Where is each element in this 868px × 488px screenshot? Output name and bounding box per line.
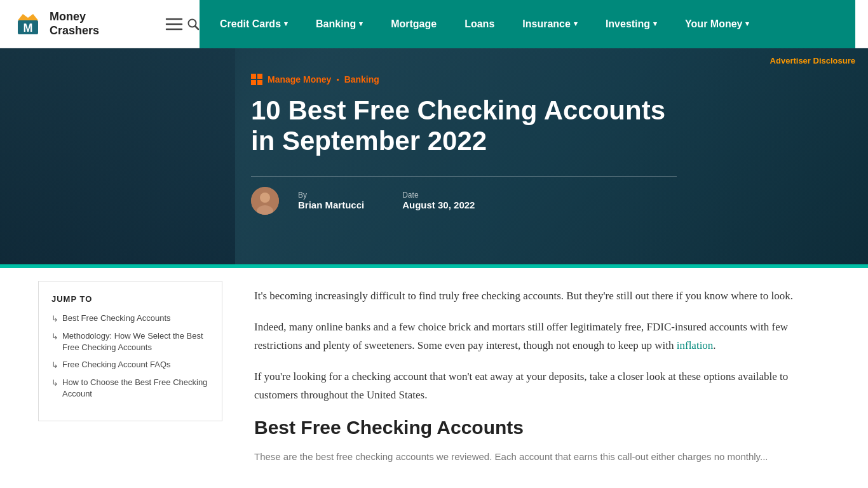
svg-line-7 bbox=[195, 26, 198, 29]
chevron-down-icon: ▾ bbox=[745, 20, 749, 28]
breadcrumb-manage-money[interactable]: Manage Money bbox=[268, 74, 331, 85]
inflation-link[interactable]: inflation bbox=[677, 339, 714, 351]
date-info: Date August 30, 2022 bbox=[402, 191, 475, 210]
nav-mortgage[interactable]: Mortgage bbox=[377, 0, 451, 48]
site-header: M Money Crashers Credit Cards ▾ Banking … bbox=[0, 0, 868, 48]
main-nav: Credit Cards ▾ Banking ▾ Mortgage Loans … bbox=[200, 0, 855, 48]
article-paragraph-2: Indeed, many online banks and a few choi… bbox=[254, 318, 807, 355]
hamburger-icon bbox=[165, 17, 183, 31]
logo-area: M Money Crashers bbox=[13, 9, 159, 39]
toc-arrow-icon: ↳ bbox=[51, 378, 58, 388]
toc-box: JUMP TO ↳ Best Free Checking Accounts ↳ … bbox=[38, 281, 222, 421]
chevron-down-icon: ▾ bbox=[284, 20, 288, 28]
nav-loans[interactable]: Loans bbox=[451, 0, 508, 48]
toc-item[interactable]: ↳ Free Checking Account FAQs bbox=[51, 359, 209, 370]
svg-rect-9 bbox=[257, 74, 262, 79]
nav-your-money[interactable]: Your Money ▾ bbox=[671, 0, 763, 48]
toc-link-faqs[interactable]: Free Checking Account FAQs bbox=[62, 359, 171, 370]
author-line: By Brian Martucci Date August 30, 2022 bbox=[251, 176, 677, 215]
chevron-down-icon: ▾ bbox=[574, 20, 578, 28]
date-label: Date bbox=[402, 191, 475, 200]
author-name[interactable]: Brian Martucci bbox=[298, 200, 364, 210]
nav-credit-cards[interactable]: Credit Cards ▾ bbox=[206, 0, 302, 48]
author-info: By Brian Martucci bbox=[298, 191, 364, 210]
nav-banking[interactable]: Banking ▾ bbox=[302, 0, 377, 48]
hero-section: Advertiser Disclosure Manage Money ▪ Ban… bbox=[0, 48, 868, 264]
toc-arrow-icon: ↳ bbox=[51, 360, 58, 370]
menu-search-button[interactable] bbox=[165, 17, 200, 31]
chevron-down-icon: ▾ bbox=[653, 20, 657, 28]
main-layout: JUMP TO ↳ Best Free Checking Accounts ↳ … bbox=[0, 268, 868, 488]
toc-item[interactable]: ↳ Methodology: How We Select the Best Fr… bbox=[51, 330, 209, 353]
nav-insurance[interactable]: Insurance ▾ bbox=[508, 0, 592, 48]
toc-item[interactable]: ↳ Best Free Checking Accounts bbox=[51, 313, 209, 324]
svg-marker-0 bbox=[18, 14, 38, 20]
svg-rect-10 bbox=[251, 80, 256, 85]
breadcrumb-separator: ▪ bbox=[336, 75, 339, 84]
svg-point-13 bbox=[260, 193, 270, 203]
advertiser-disclosure-link[interactable]: Advertiser Disclosure bbox=[770, 56, 855, 65]
section-heading-best-accounts: Best Free Checking Accounts bbox=[254, 417, 807, 438]
svg-rect-8 bbox=[251, 74, 256, 79]
breadcrumb-icon bbox=[251, 74, 262, 85]
chevron-down-icon: ▾ bbox=[359, 20, 363, 28]
toc-item[interactable]: ↳ How to Choose the Best Free Checking A… bbox=[51, 377, 209, 399]
author-avatar bbox=[251, 187, 279, 215]
hero-content: Manage Money ▪ Banking 10 Best Free Chec… bbox=[251, 48, 696, 247]
toc-arrow-icon: ↳ bbox=[51, 332, 58, 342]
toc-link-methodology[interactable]: Methodology: How We Select the Best Free… bbox=[62, 330, 209, 353]
svg-rect-11 bbox=[257, 80, 262, 85]
date-value: August 30, 2022 bbox=[402, 200, 475, 210]
breadcrumb-banking[interactable]: Banking bbox=[344, 74, 379, 85]
author-label: By bbox=[298, 191, 364, 200]
article-paragraph-3: If you're looking for a checking account… bbox=[254, 368, 807, 405]
article-content: It's becoming increasingly difficult to … bbox=[235, 268, 845, 488]
sidebar: JUMP TO ↳ Best Free Checking Accounts ↳ … bbox=[0, 268, 235, 488]
toc-link-how-to-choose[interactable]: How to Choose the Best Free Checking Acc… bbox=[62, 377, 209, 399]
article-paragraph-1: It's becoming increasingly difficult to … bbox=[254, 287, 807, 306]
search-icon bbox=[187, 18, 200, 30]
breadcrumb: Manage Money ▪ Banking bbox=[251, 74, 677, 85]
nav-investing[interactable]: Investing ▾ bbox=[592, 0, 671, 48]
toc-title: JUMP TO bbox=[51, 294, 209, 304]
article-paragraph-4: These are the best free checking account… bbox=[254, 449, 807, 465]
logo-text[interactable]: Money Crashers bbox=[50, 10, 99, 37]
toc-link-best-accounts[interactable]: Best Free Checking Accounts bbox=[62, 313, 171, 324]
article-title: 10 Best Free Checking Accounts in Septem… bbox=[251, 95, 677, 157]
logo-icon[interactable]: M bbox=[13, 9, 43, 39]
svg-text:M: M bbox=[24, 22, 33, 34]
toc-arrow-icon: ↳ bbox=[51, 314, 58, 324]
